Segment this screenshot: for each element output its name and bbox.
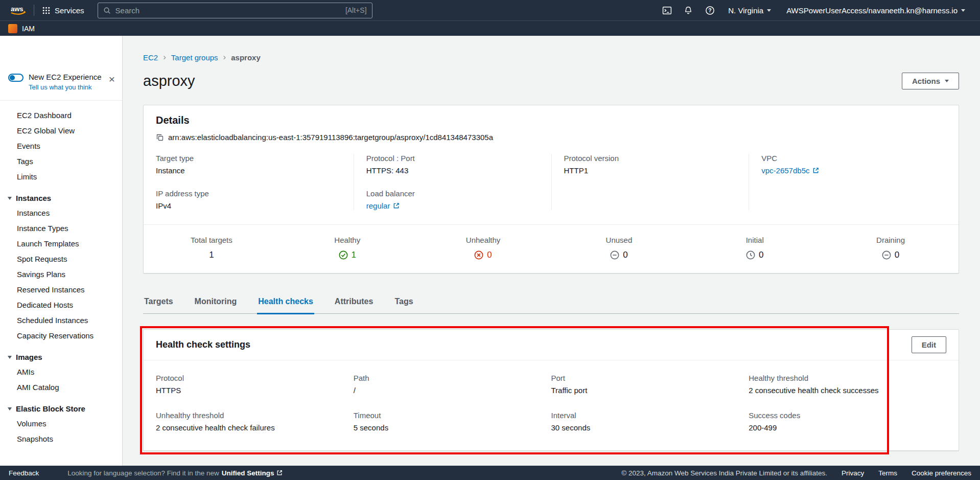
iam-label: IAM — [22, 25, 35, 33]
breadcrumb-ec2[interactable]: EC2 — [143, 53, 158, 62]
hc-healthy-threshold-field: Healthy threshold 2 consecutive health c… — [749, 374, 946, 395]
top-nav-row: aws Services [Alt+S] — [0, 0, 980, 20]
copyright-text: © 2023, Amazon Web Services India Privat… — [621, 469, 827, 477]
target-type-field: Target type Instance — [156, 154, 354, 175]
sidebar-item-instance-types[interactable]: Instance Types — [0, 221, 122, 236]
chevron-down-icon — [961, 9, 965, 12]
sidebar-section-images[interactable]: Images — [0, 349, 122, 364]
breadcrumb-separator: › — [223, 52, 226, 62]
iam-service-icon — [8, 24, 17, 33]
protocol-port-field: Protocol : Port HTTPS: 443 — [366, 154, 551, 175]
sidebar-item-instances[interactable]: Instances — [0, 205, 122, 221]
breadcrumb-target-groups[interactable]: Target groups — [171, 53, 218, 62]
hc-timeout-field: Timeout 5 seconds — [354, 411, 551, 432]
protocol-version-field: Protocol version HTTP1 — [564, 154, 749, 175]
help-button[interactable]: ? — [699, 0, 720, 20]
global-search[interactable]: [Alt+S] — [98, 3, 372, 18]
sidebar-item-events[interactable]: Events — [0, 139, 122, 154]
sidebar-item-limits[interactable]: Limits — [0, 169, 122, 185]
sidebar-item-ec2-global-view[interactable]: EC2 Global View — [0, 123, 122, 139]
sidebar-item-reserved-instances[interactable]: Reserved Instances — [0, 282, 122, 298]
minus-circle-icon — [882, 250, 891, 260]
hc-success-codes-field: Success codes 200-499 — [749, 411, 946, 432]
sidebar-item-tags[interactable]: Tags — [0, 154, 122, 169]
hc-interval-field: Interval 30 seconds — [551, 411, 749, 432]
cloudshell-button[interactable] — [656, 0, 678, 20]
svg-text:?: ? — [708, 7, 711, 13]
sidebar-nav: EC2 Dashboard EC2 Global View Events Tag… — [0, 101, 122, 447]
search-input[interactable] — [115, 6, 341, 15]
search-icon — [103, 7, 111, 14]
page-title: asproxy — [143, 73, 195, 89]
account-menu[interactable]: AWSPowerUserAccess/navaneeth.kn@harness.… — [779, 0, 973, 20]
sidebar-item-savings-plans[interactable]: Savings Plans — [0, 267, 122, 282]
tell-us-link[interactable]: Tell us what you think — [29, 83, 102, 91]
hc-unhealthy-threshold-field: Unhealthy threshold 2 consecutive health… — [156, 411, 354, 432]
ec2-sidebar: New EC2 Experience Tell us what you thin… — [0, 36, 123, 466]
new-experience-toggle[interactable] — [8, 74, 24, 82]
top-navigation: aws Services [Alt+S] — [0, 0, 980, 36]
vpc-link[interactable]: vpc-2657db5c — [761, 166, 819, 175]
tab-health-checks[interactable]: Health checks — [257, 291, 314, 314]
services-menu-button[interactable]: Services — [34, 0, 92, 20]
tab-monitoring[interactable]: Monitoring — [194, 291, 238, 314]
sidebar-item-scheduled-instances[interactable]: Scheduled Instances — [0, 313, 122, 328]
region-selector[interactable]: N. Virginia — [720, 0, 779, 20]
minus-circle-icon — [610, 250, 619, 260]
external-link-icon — [812, 167, 819, 174]
services-label: Services — [55, 6, 84, 15]
new-experience-banner: New EC2 Experience Tell us what you thin… — [0, 73, 122, 101]
tab-targets[interactable]: Targets — [143, 291, 174, 314]
close-icon[interactable]: × — [109, 74, 115, 84]
check-circle-icon — [339, 250, 348, 260]
clock-icon — [746, 250, 755, 260]
sidebar-item-amis[interactable]: AMIs — [0, 364, 122, 380]
stat-draining: Draining 0 — [823, 236, 959, 260]
feedback-link[interactable]: Feedback — [9, 469, 39, 477]
copy-icon[interactable] — [156, 133, 164, 142]
services-grid-icon — [42, 7, 50, 14]
cookie-preferences-link[interactable]: Cookie preferences — [912, 469, 971, 477]
stat-healthy: Healthy 1 — [279, 236, 415, 260]
sidebar-item-spot-requests[interactable]: Spot Requests — [0, 252, 122, 267]
details-grid: Target type Instance IP address type IPv… — [144, 142, 959, 224]
chevron-down-icon — [767, 9, 771, 12]
aws-logo[interactable]: aws — [7, 0, 34, 20]
sidebar-item-ami-catalog[interactable]: AMI Catalog — [0, 380, 122, 395]
breadcrumb-current: asproxy — [231, 53, 261, 62]
iam-service-tab[interactable]: IAM — [8, 24, 35, 33]
health-check-settings-heading: Health check settings — [156, 339, 250, 350]
privacy-link[interactable]: Privacy — [842, 469, 864, 477]
language-selection-note: Looking for language selection? Find it … — [67, 469, 282, 477]
sidebar-section-instances[interactable]: Instances — [0, 190, 122, 205]
stat-unhealthy: Unhealthy 0 — [415, 236, 551, 260]
details-heading: Details — [156, 115, 946, 126]
tab-attributes[interactable]: Attributes — [334, 291, 375, 314]
hc-path-field: Path / — [354, 374, 551, 395]
actions-button[interactable]: Actions — [902, 73, 959, 89]
notifications-bell-button[interactable] — [678, 0, 699, 20]
edit-button[interactable]: Edit — [912, 336, 946, 353]
sidebar-item-launch-templates[interactable]: Launch Templates — [0, 236, 122, 252]
sidebar-item-dedicated-hosts[interactable]: Dedicated Hosts — [0, 298, 122, 313]
main-content: EC2 › Target groups › asproxy asproxy Ac… — [123, 36, 980, 466]
terms-link[interactable]: Terms — [878, 469, 897, 477]
breadcrumb: EC2 › Target groups › asproxy — [143, 52, 959, 62]
service-tab-bar: IAM — [0, 20, 980, 36]
health-check-settings-card: Health check settings Edit Protocol HTTP… — [143, 329, 959, 451]
health-check-grid: Protocol HTTPS Path / Port Traffic port … — [144, 360, 959, 450]
sidebar-item-capacity-reservations[interactable]: Capacity Reservations — [0, 328, 122, 344]
tab-tags[interactable]: Tags — [393, 291, 414, 314]
hc-protocol-field: Protocol HTTPS — [156, 374, 354, 395]
account-label: AWSPowerUserAccess/navaneeth.kn@harness.… — [786, 6, 958, 15]
ip-address-type-field: IP address type IPv4 — [156, 189, 354, 210]
sidebar-item-ec2-dashboard[interactable]: EC2 Dashboard — [0, 108, 122, 123]
target-group-tabs: Targets Monitoring Health checks Attribu… — [143, 291, 959, 314]
sidebar-item-snapshots[interactable]: Snapshots — [0, 431, 122, 447]
sidebar-section-elastic-block-store[interactable]: Elastic Block Store — [0, 400, 122, 416]
load-balancer-link[interactable]: regular — [366, 201, 400, 210]
region-label: N. Virginia — [728, 6, 763, 15]
unified-settings-link[interactable]: Unified Settings — [222, 469, 283, 477]
sidebar-item-volumes[interactable]: Volumes — [0, 416, 122, 431]
hc-port-field: Port Traffic port — [551, 374, 749, 395]
